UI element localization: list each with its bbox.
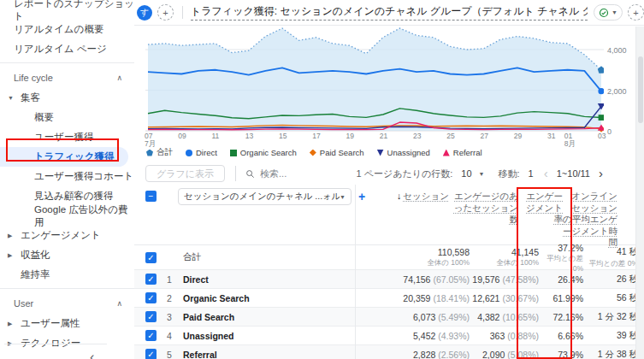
sidebar-item-realtime-pages[interactable]: リアルタイム ページ [0, 39, 134, 59]
add-comparison-button[interactable]: + [157, 4, 174, 21]
channel-name: Direct [183, 274, 375, 285]
sessions-value: 2,828 (2.56%) [375, 350, 470, 359]
data-quality-dropdown[interactable]: ▼ [594, 4, 623, 21]
diamond-icon [310, 150, 316, 156]
next-page-icon[interactable]: › [599, 169, 603, 178]
row-checkbox[interactable]: ✓ [145, 349, 157, 359]
goto-page-input[interactable]: 1 [529, 168, 534, 179]
engaged-sessions-value: 19,576 (47.58%) [470, 274, 539, 285]
table-row-direct: ✓1Direct74,156 (67.05%)19,576 (47.58%)26… [134, 270, 638, 289]
caret-right-icon: ▶ [8, 232, 12, 239]
legend-item-direct[interactable]: Direct [186, 148, 217, 157]
table-row-referral: ✓5Referral2,828 (2.56%)2,090 (5.08%)73.9… [134, 345, 638, 359]
totals-engaged: 41,145全体の 100% [470, 247, 539, 268]
sidebar-item-retention[interactable]: 維持率 [0, 265, 134, 285]
legend-item-referral[interactable]: Referral [443, 148, 482, 157]
sidebar-item-overview[interactable]: 概要 [0, 108, 134, 127]
channel-name: Referral [183, 350, 375, 359]
avg-engagement-time-value: 56 秒 [583, 292, 638, 304]
legend-label: 合計 [157, 147, 173, 158]
legend-label: Paid Search [320, 148, 364, 157]
y-axis-label: 2,000 [607, 87, 627, 96]
sidebar-item-engagement[interactable]: ▶エンゲージメント [0, 226, 134, 245]
column-header-sessions[interactable]: ↓セッション [355, 191, 449, 203]
sidebar-item-label: ユーザー属性 [21, 317, 80, 330]
row-number: 2 [167, 293, 183, 303]
column-header-engagement-rate[interactable]: エンゲージメント率 [518, 191, 563, 226]
legend-item-合計[interactable]: 合計 [146, 147, 173, 158]
chevron-down-icon: ▼ [340, 194, 346, 200]
totals-row: ✓ 合計 110,598全体の 100% 41,145全体の 100% 37.2… [134, 244, 638, 270]
search-input[interactable]: 検索... [245, 168, 287, 180]
sidebar-item-user-acquisition-cohort[interactable]: ユーザー獲得コホート [0, 167, 134, 186]
column-header-engaged-sessions[interactable]: エンゲージのあったセッション数 [449, 191, 518, 226]
toolbar-divider [235, 166, 236, 181]
totals-checkbox[interactable]: ✓ [145, 252, 157, 263]
chevron-down-icon[interactable]: ▼ [479, 171, 485, 177]
row-number: 4 [167, 331, 183, 341]
row-checkbox[interactable]: ✓ [145, 330, 157, 341]
line-chart-plot [145, 26, 604, 134]
x-axis-tick: 11 [212, 132, 238, 140]
row-checkbox[interactable]: ✓ [145, 274, 157, 285]
previous-page-icon[interactable]: ‹ [544, 169, 548, 178]
avg-engagement-time-value: 39 秒 [583, 330, 638, 342]
avatar[interactable]: す [137, 5, 152, 21]
table-toolbar: グラフに表示 検索... 1 ページあたりの行数: 10 ▼ 移動: 1 ‹ 1… [134, 162, 637, 185]
sidebar-item-user-acquisition[interactable]: ユーザー獲得 [0, 127, 134, 147]
rows-per-page-select[interactable]: 10 [461, 168, 471, 179]
sidebar-section-label: User [14, 298, 33, 309]
sidebar-item-realtime-overview[interactable]: リアルタイムの概要 [0, 20, 134, 39]
legend-label: Unassigned [387, 148, 430, 157]
engaged-sessions-value: 12,621 (30.67%) [470, 293, 539, 303]
sidebar-divider [0, 288, 134, 289]
sidebar-item-user-attributes[interactable]: ▶ユーザー属性 [0, 314, 134, 333]
sidebar-item-report-snapshot[interactable]: レポートのスナップショット [0, 0, 134, 20]
sidebar-section-user[interactable]: User∧ [0, 292, 134, 314]
page-range: 1~10/11 [557, 168, 590, 179]
sidebar-item-non-google-ads-cost[interactable]: Google 広告以外の費用 [0, 206, 134, 226]
sidebar-divider [0, 62, 134, 63]
sidebar-item-traffic-acquisition[interactable]: トラフィック獲得 [0, 147, 128, 167]
pentagon-icon [146, 150, 153, 156]
table-row-unassigned: ✓4Unassigned5,452 (4.93%)363 (0.88%)6.66… [134, 327, 638, 345]
sidebar-item-label: リアルタイム ページ [14, 43, 107, 56]
sessions-value: 20,359 (18.41%) [375, 293, 470, 303]
select-all-checkbox[interactable]: − [145, 191, 157, 202]
sidebar-item-acquisition[interactable]: ▼集客 [0, 88, 134, 108]
page-title[interactable]: トラフィック獲得: セッションのメインのチャネル グループ（デフォルト チャネル… [191, 4, 588, 21]
row-checkbox[interactable]: ✓ [145, 292, 157, 303]
sidebar-item-monetization[interactable]: ▶収益化 [0, 245, 134, 265]
x-axis-tick: 19 [346, 132, 372, 140]
show-in-graph-button[interactable]: グラフに表示 [145, 165, 225, 182]
legend-item-organic-search[interactable]: Organic Search [230, 148, 297, 157]
dimension-dropdown[interactable]: セッションのメインのチャネル ...ォルト チャネル グループ) ▼ [178, 188, 352, 205]
scrollbar-track[interactable] [635, 26, 644, 359]
column-header-avg-engagement-time[interactable]: オンラインセッションの平均エンゲージメント時間 [563, 191, 617, 249]
chart-legend: 合計DirectOrganic SearchPaid SearchUnassig… [146, 147, 482, 158]
sidebar-nav: レポートのスナップショットリアルタイムの概要リアルタイム ページLife cyc… [0, 0, 134, 359]
sidebar-section-life-cycle[interactable]: Life cycle∧ [0, 67, 134, 88]
search-placeholder: 検索... [260, 168, 287, 180]
legend-label: Organic Search [240, 148, 297, 157]
totals-label: 合計 [183, 251, 375, 263]
sidebar-item-label: 概要 [34, 111, 54, 124]
sidebar-item-label: 維持率 [21, 268, 50, 281]
sort-descending-icon: ↓ [397, 191, 401, 201]
sessions-value: 74,156 (67.05%) [375, 274, 470, 285]
sidebar-collapse-icon[interactable]: ‹ [90, 350, 94, 359]
legend-item-paid-search[interactable]: Paid Search [310, 148, 364, 157]
triangle-down-icon [377, 150, 384, 156]
sessions-value: 6,073 (5.49%) [375, 312, 470, 322]
x-axis-tick: 077月 [145, 132, 170, 148]
row-checkbox[interactable]: ✓ [145, 311, 157, 322]
header-divider [182, 6, 183, 19]
table-rows: ✓1Direct74,156 (67.05%)19,576 (47.58%)26… [134, 270, 638, 359]
x-axis-tick: 29 [514, 132, 540, 140]
add-widget-button[interactable]: + [628, 4, 644, 21]
sidebar-item-label: 見込み顧客の獲得 [34, 190, 114, 203]
sidebar-item-label: トラフィック獲得 [34, 150, 115, 163]
scrollbar-thumb[interactable] [638, 56, 643, 123]
engaged-sessions-value: 363 (0.88%) [470, 331, 539, 341]
legend-item-unassigned[interactable]: Unassigned [377, 148, 430, 157]
